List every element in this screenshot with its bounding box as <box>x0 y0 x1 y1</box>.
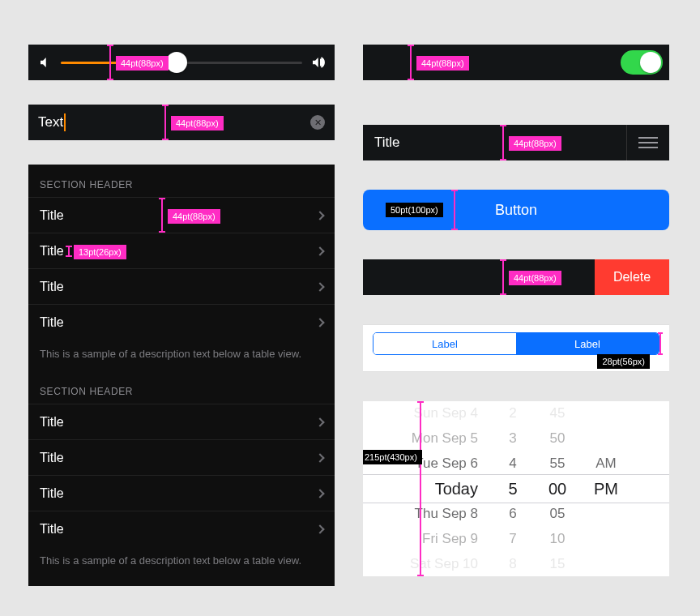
row-title: Title <box>40 208 64 223</box>
section-footer: This is a sample of a description text b… <box>28 546 335 578</box>
chevron-right-icon <box>315 489 324 498</box>
row-title: Title <box>40 415 64 430</box>
picker-hour-column[interactable]: 2 3 4 5 6 7 8 <box>493 401 533 576</box>
table-row[interactable]: Title 44pt(88px) <box>28 197 335 233</box>
row-title: Title <box>40 486 64 501</box>
primary-button-label: Button <box>495 202 537 219</box>
table-row[interactable]: Title <box>28 304 335 340</box>
annotation-label: 28pt(56px) <box>597 354 650 369</box>
text-field-row[interactable]: Text ✕ 44pt(88px) <box>28 105 335 140</box>
table-row[interactable]: Title <box>28 404 335 439</box>
chevron-right-icon <box>315 282 324 291</box>
swipe-row[interactable]: Delete 44pt(88px) <box>363 259 669 295</box>
annotation-label: 44pt(88px) <box>509 136 561 151</box>
segmented-wrapper: Label Label 28pt(56px) <box>363 324 669 372</box>
row-title: Title <box>40 315 64 330</box>
segment-option[interactable]: Label <box>373 333 516 354</box>
picker-date-column[interactable]: Sun Sep 4 Mon Sep 5 Tue Sep 6 Today Thu … <box>363 401 493 576</box>
table-view: SECTION HEADER Title 44pt(88px) Title 13… <box>28 165 335 586</box>
delete-button-label: Delete <box>613 270 651 284</box>
table-row[interactable]: Title <box>28 475 335 511</box>
slider-thumb[interactable] <box>166 52 187 73</box>
section-footer: This is a sample of a description text b… <box>28 340 335 371</box>
chevron-right-icon <box>315 211 324 220</box>
table-row[interactable]: Title <box>28 511 335 546</box>
slider-track[interactable] <box>61 62 302 64</box>
annotation-label: 44pt(88px) <box>168 209 220 224</box>
annotation-label: 44pt(88px) <box>509 271 561 285</box>
row-title: Title <box>40 244 64 259</box>
picker-minute-column[interactable]: 45 50 55 00 05 10 15 <box>533 401 582 576</box>
chevron-right-icon <box>315 318 324 327</box>
section-header: SECTION HEADER <box>28 165 335 197</box>
row-title: Title <box>40 280 64 294</box>
annotation-label: 44pt(88px) <box>416 56 469 71</box>
toggle-row: 44pt(88px) <box>363 45 669 80</box>
table-row[interactable]: Title 13pt(26px) <box>28 233 335 268</box>
table-row[interactable]: Title <box>28 439 335 475</box>
section-header: SECTION HEADER <box>28 371 335 404</box>
chevron-right-icon <box>315 453 324 462</box>
annotation-label: 215pt(430px) <box>363 450 422 464</box>
row-title: Title <box>40 522 64 537</box>
primary-button[interactable]: Button 50pt(100px) <box>363 190 669 230</box>
picker-ampm-column[interactable]: AM PM <box>582 401 630 576</box>
annotation-label: 50pt(100px) <box>386 203 443 217</box>
delete-button[interactable]: Delete <box>595 259 669 295</box>
volume-slider-row[interactable]: 44pt(88px) <box>28 45 335 80</box>
annotation-label: 44pt(88px) <box>171 116 224 130</box>
title-bar-title: Title <box>374 135 400 151</box>
title-bar: Title 44pt(88px) <box>363 125 669 160</box>
segmented-control[interactable]: Label Label <box>373 332 659 355</box>
table-row[interactable]: Title <box>28 268 335 304</box>
volume-high-icon <box>310 55 325 70</box>
annotation-label: 13pt(26px) <box>74 245 126 259</box>
chevron-right-icon <box>315 246 324 255</box>
row-title: Title <box>40 451 64 465</box>
menu-icon[interactable] <box>626 125 658 160</box>
switch-toggle[interactable] <box>621 50 663 75</box>
text-caret <box>64 113 66 131</box>
clear-icon[interactable]: ✕ <box>310 115 325 130</box>
volume-low-icon <box>38 55 53 70</box>
segment-option[interactable]: Label <box>516 333 659 354</box>
chevron-right-icon <box>315 417 324 426</box>
annotation-label: 44pt(88px) <box>116 56 169 71</box>
text-field-value: Text <box>38 114 63 130</box>
chevron-right-icon <box>315 524 324 533</box>
date-picker[interactable]: Sun Sep 4 Mon Sep 5 Tue Sep 6 Today Thu … <box>363 401 669 576</box>
